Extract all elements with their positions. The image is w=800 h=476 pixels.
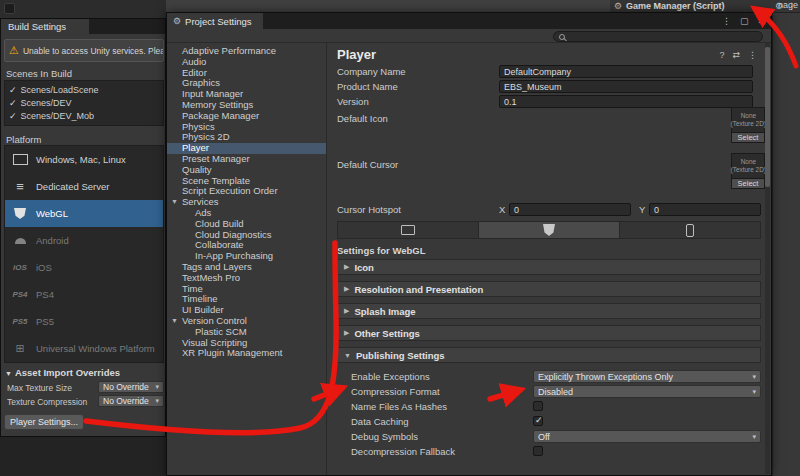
platform-row[interactable]: PS5 PS5 xyxy=(5,308,163,335)
project-settings-tab[interactable]: ⚙ Project Settings xyxy=(167,13,263,29)
scene-checkbox[interactable]: ✓ xyxy=(9,85,17,95)
section-foldout[interactable]: ▶ Other Settings xyxy=(337,325,761,341)
platform-icon: ⊞ xyxy=(10,342,30,355)
platform-header: Platform xyxy=(6,134,41,145)
foldout-arrow-icon: ▶ xyxy=(344,307,349,315)
x-label: X xyxy=(499,204,505,215)
nav-item-label: Visual Scripting xyxy=(182,337,247,348)
platform-row[interactable]: ≡ Dedicated Server xyxy=(5,173,163,200)
section-foldout[interactable]: ▶ Resolution and Presentation xyxy=(337,281,761,297)
script-gear-icon: ⚙ xyxy=(614,1,622,11)
platform-row[interactable]: ⊞ Universal Windows Platform xyxy=(5,335,163,362)
tab-mobile[interactable] xyxy=(620,222,760,238)
text-field[interactable]: EBS_Museum xyxy=(499,80,753,93)
scene-row[interactable]: ✓ Scenes/DEV_Mob xyxy=(5,109,163,122)
setting-label: Compression Format xyxy=(351,386,440,397)
platform-row[interactable]: Windows, Mac, Linux xyxy=(5,146,163,173)
section-foldout[interactable]: ▶ Splash Image xyxy=(337,303,761,319)
nav-item-label: Preset Manager xyxy=(182,153,250,164)
scene-row[interactable]: ✓ Scenes/DEV xyxy=(5,96,163,109)
field-row: Company Name DefaultCompany xyxy=(327,65,765,80)
asset-import-overrides-foldout[interactable]: ▼Asset Import Overrides xyxy=(5,367,120,378)
scrollbar[interactable] xyxy=(765,43,770,474)
foldout-arrow-icon[interactable]: ▼ xyxy=(171,197,178,208)
select-button[interactable]: Select xyxy=(732,132,764,142)
search-input[interactable] xyxy=(553,31,763,42)
nav-item[interactable]: ▼ Ads xyxy=(167,208,326,219)
gear-icon: ⚙ xyxy=(173,16,181,26)
override-row: Max Texture Size No Override ▾ xyxy=(1,381,167,395)
setting-checkbox[interactable] xyxy=(533,446,543,456)
monitor-icon xyxy=(401,225,415,235)
scene-checkbox[interactable]: ✓ xyxy=(9,98,17,108)
scenes-list: ✓ Scenes/LoadScene ✓ Scenes/DEV ✓ Scenes… xyxy=(4,80,164,126)
hotspot-y-field[interactable]: 0 xyxy=(649,203,761,216)
section-foldout[interactable]: ▼ Publishing Settings xyxy=(337,347,761,363)
scenes-in-build-header: Scenes In Build xyxy=(6,68,72,79)
nav-item[interactable]: ▼ Services xyxy=(167,197,326,208)
default-icon-slot[interactable]: None (Texture 2D) Select xyxy=(731,107,765,143)
window-menu-icon[interactable]: ⋮ xyxy=(722,16,731,26)
default-cursor-slot[interactable]: None (Texture 2D) Select xyxy=(731,153,765,189)
warning-text: Unable to access Unity services. Plea xyxy=(23,46,164,56)
setting-dropdown[interactable]: Disabled ▾ xyxy=(533,385,761,398)
setting-checkbox[interactable] xyxy=(533,416,543,426)
scene-checkbox[interactable]: ✓ xyxy=(9,111,17,121)
phone-icon xyxy=(686,224,694,237)
platform-row[interactable]: Android xyxy=(5,227,163,254)
platform-icon: iOS xyxy=(10,263,30,272)
setting-row: Name Files As Hashes ▾ xyxy=(337,399,761,414)
nav-item-label: Input Manager xyxy=(182,88,243,99)
project-settings-title: Project Settings xyxy=(185,16,252,27)
text-field[interactable]: 0.1 xyxy=(499,95,753,108)
nav-item-label: In-App Purchasing xyxy=(195,250,273,261)
platform-icon: ≡ xyxy=(10,179,30,194)
platform-row[interactable]: iOS iOS xyxy=(5,254,163,281)
foldout-arrow-icon[interactable]: ▼ xyxy=(171,316,178,327)
scene-row[interactable]: ✓ Scenes/LoadScene xyxy=(5,83,163,96)
section-label: Splash Image xyxy=(354,306,415,317)
nav-item-label: Adaptive Performance xyxy=(182,45,276,56)
texture-none-label: None (Texture 2D) xyxy=(732,154,764,178)
nav-item-label: Editor xyxy=(182,67,207,78)
inspector-window-edge xyxy=(772,13,800,476)
section-foldout[interactable]: ▶ Icon xyxy=(337,259,761,275)
platform-row[interactable]: PS4 PS4 xyxy=(5,281,163,308)
tab-standalone[interactable] xyxy=(338,222,479,238)
close-icon[interactable]: ✕ xyxy=(757,16,765,26)
setting-label: Name Files As Hashes xyxy=(351,401,447,412)
tab-webgl[interactable] xyxy=(479,222,620,238)
maximize-icon[interactable]: ▢ xyxy=(740,16,749,26)
override-dropdown[interactable]: No Override ▾ xyxy=(98,395,164,407)
select-button[interactable]: Select xyxy=(732,178,764,188)
platform-label: Android xyxy=(36,235,69,246)
override-value: No Override xyxy=(103,382,149,392)
hotspot-x-field[interactable]: 0 xyxy=(509,203,631,216)
help-icon[interactable]: ? xyxy=(719,50,724,60)
override-dropdown[interactable]: No Override ▾ xyxy=(98,381,164,393)
project-settings-titlebar: ⚙ Project Settings ⋮ ▢ ✕ xyxy=(167,13,771,29)
setting-row: Data Caching ▾ xyxy=(337,414,761,429)
text-field[interactable]: DefaultCompany xyxy=(499,65,753,78)
nav-item[interactable]: ▼ Cloud Diagnostics xyxy=(167,230,326,241)
background-strip xyxy=(166,0,610,12)
platform-icon xyxy=(10,208,30,219)
more-menu-icon[interactable]: ⋮ xyxy=(748,50,757,60)
nav-item-label: Services xyxy=(182,196,218,207)
nav-item[interactable]: ▼ XR Plugin Management xyxy=(167,348,326,359)
setting-dropdown[interactable]: Explicitly Thrown Exceptions Only ▾ xyxy=(533,370,761,383)
y-label: Y xyxy=(639,204,645,215)
setting-dropdown[interactable]: Off ▾ xyxy=(533,430,761,443)
chevron-down-icon: ▾ xyxy=(752,388,756,396)
setting-checkbox[interactable] xyxy=(533,401,543,411)
platform-label: PS4 xyxy=(36,289,54,300)
presets-icon[interactable]: ⇄ xyxy=(732,50,740,60)
platform-row[interactable]: WebGL xyxy=(5,200,163,227)
build-settings-window: Build Settings ⚠ Unable to access Unity … xyxy=(0,18,166,437)
player-settings-button[interactable]: Player Settings... xyxy=(4,414,84,430)
build-settings-tab[interactable]: Build Settings xyxy=(1,19,89,34)
scrollbar-thumb[interactable] xyxy=(765,47,770,187)
chevron-down-icon: ▾ xyxy=(752,433,756,441)
nav-item-label: Script Execution Order xyxy=(182,185,278,196)
nav-item-label: Quality xyxy=(182,164,212,175)
